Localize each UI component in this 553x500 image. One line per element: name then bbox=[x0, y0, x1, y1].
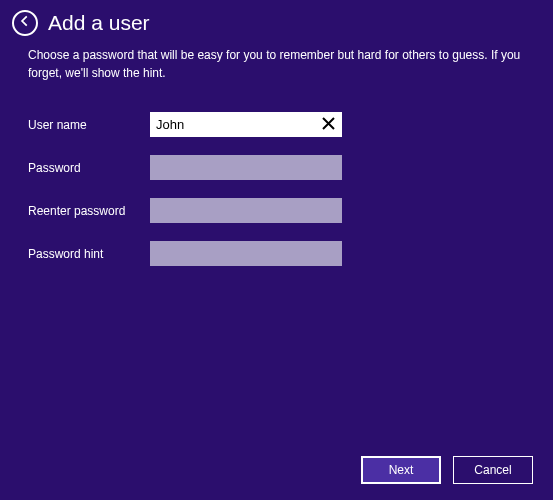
page-description: Choose a password that will be easy for … bbox=[0, 42, 553, 102]
username-row: User name bbox=[28, 112, 525, 137]
username-input[interactable] bbox=[150, 112, 342, 137]
password-label: Password bbox=[28, 161, 150, 175]
password-hint-row: Password hint bbox=[28, 241, 525, 266]
user-form: User name Password Reenter password Pass… bbox=[0, 102, 553, 294]
back-button[interactable] bbox=[12, 10, 38, 36]
next-button[interactable]: Next bbox=[361, 456, 441, 484]
cancel-button[interactable]: Cancel bbox=[453, 456, 533, 484]
clear-username-button[interactable] bbox=[316, 112, 340, 137]
close-icon bbox=[322, 116, 335, 134]
username-input-wrap bbox=[150, 112, 342, 137]
password-input[interactable] bbox=[150, 155, 342, 180]
password-row: Password bbox=[28, 155, 525, 180]
page-header: Add a user bbox=[0, 0, 553, 42]
username-label: User name bbox=[28, 118, 150, 132]
page-title: Add a user bbox=[48, 11, 150, 35]
password-hint-input[interactable] bbox=[150, 241, 342, 266]
reenter-password-label: Reenter password bbox=[28, 204, 150, 218]
reenter-password-input[interactable] bbox=[150, 198, 342, 223]
footer-buttons: Next Cancel bbox=[361, 456, 533, 484]
reenter-password-row: Reenter password bbox=[28, 198, 525, 223]
back-arrow-icon bbox=[18, 14, 32, 32]
password-hint-label: Password hint bbox=[28, 247, 150, 261]
